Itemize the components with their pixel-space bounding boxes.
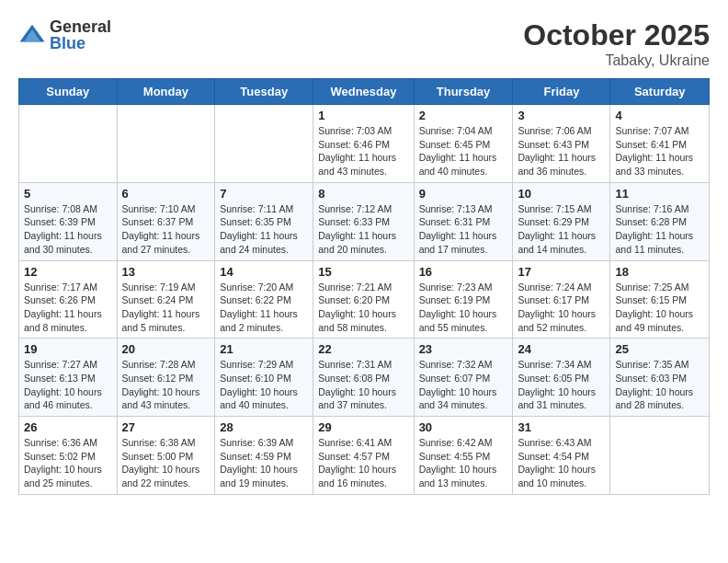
day-number: 7 (220, 187, 308, 201)
day-info: Sunrise: 7:11 AM Sunset: 6:35 PM Dayligh… (220, 202, 308, 257)
calendar-day-cell (215, 105, 313, 183)
day-info: Sunrise: 7:03 AM Sunset: 6:46 PM Dayligh… (318, 124, 408, 178)
day-number: 10 (518, 187, 605, 201)
logo: General Blue (18, 18, 111, 52)
day-number: 19 (24, 342, 112, 356)
day-number: 18 (615, 265, 704, 279)
calendar-day-cell: 1Sunrise: 7:03 AM Sunset: 6:46 PM Daylig… (313, 105, 414, 183)
day-info: Sunrise: 6:42 AM Sunset: 4:55 PM Dayligh… (419, 436, 508, 490)
calendar-day-cell (117, 105, 215, 183)
day-info: Sunrise: 7:32 AM Sunset: 6:07 PM Dayligh… (419, 358, 508, 412)
day-number: 22 (318, 342, 408, 356)
day-info: Sunrise: 7:21 AM Sunset: 6:20 PM Dayligh… (318, 281, 408, 335)
calendar-day-cell: 18Sunrise: 7:25 AM Sunset: 6:15 PM Dayli… (610, 260, 710, 339)
calendar-day-cell: 19Sunrise: 7:27 AM Sunset: 6:13 PM Dayli… (19, 339, 118, 417)
day-number: 12 (24, 265, 112, 279)
calendar-week-row: 1Sunrise: 7:03 AM Sunset: 6:46 PM Daylig… (19, 105, 710, 183)
day-info: Sunrise: 7:28 AM Sunset: 6:12 PM Dayligh… (122, 358, 210, 412)
calendar-day-cell: 3Sunrise: 7:06 AM Sunset: 6:43 PM Daylig… (513, 105, 610, 183)
calendar-day-cell: 8Sunrise: 7:12 AM Sunset: 6:33 PM Daylig… (313, 182, 414, 260)
day-info: Sunrise: 6:38 AM Sunset: 5:00 PM Dayligh… (122, 436, 210, 490)
calendar-day-cell: 13Sunrise: 7:19 AM Sunset: 6:24 PM Dayli… (117, 260, 215, 339)
day-number: 28 (220, 420, 308, 434)
day-info: Sunrise: 7:34 AM Sunset: 6:05 PM Dayligh… (518, 358, 605, 412)
page-header: General Blue October 2025 Tabaky, Ukrain… (18, 18, 710, 69)
day-info: Sunrise: 7:29 AM Sunset: 6:10 PM Dayligh… (220, 358, 308, 412)
day-info: Sunrise: 7:12 AM Sunset: 6:33 PM Dayligh… (318, 202, 408, 257)
day-info: Sunrise: 7:24 AM Sunset: 6:17 PM Dayligh… (518, 281, 605, 335)
calendar-day-cell: 15Sunrise: 7:21 AM Sunset: 6:20 PM Dayli… (313, 260, 414, 339)
day-info: Sunrise: 7:13 AM Sunset: 6:31 PM Dayligh… (419, 202, 508, 257)
calendar-day-cell: 21Sunrise: 7:29 AM Sunset: 6:10 PM Dayli… (215, 339, 313, 417)
day-info: Sunrise: 7:15 AM Sunset: 6:29 PM Dayligh… (518, 202, 605, 257)
calendar-day-cell: 30Sunrise: 6:42 AM Sunset: 4:55 PM Dayli… (414, 417, 513, 495)
day-of-week-header: Friday (513, 79, 610, 105)
day-info: Sunrise: 7:06 AM Sunset: 6:43 PM Dayligh… (518, 124, 605, 178)
day-of-week-header: Wednesday (313, 79, 414, 105)
day-info: Sunrise: 7:19 AM Sunset: 6:24 PM Dayligh… (122, 281, 210, 335)
calendar-day-cell: 23Sunrise: 7:32 AM Sunset: 6:07 PM Dayli… (414, 339, 513, 417)
calendar-day-cell: 9Sunrise: 7:13 AM Sunset: 6:31 PM Daylig… (414, 182, 513, 260)
day-info: Sunrise: 7:31 AM Sunset: 6:08 PM Dayligh… (318, 358, 408, 412)
calendar-day-cell (610, 417, 710, 495)
day-info: Sunrise: 7:27 AM Sunset: 6:13 PM Dayligh… (24, 358, 112, 412)
day-info: Sunrise: 7:35 AM Sunset: 6:03 PM Dayligh… (615, 358, 704, 412)
day-number: 1 (318, 109, 408, 122)
day-number: 13 (122, 265, 210, 279)
day-info: Sunrise: 7:23 AM Sunset: 6:19 PM Dayligh… (419, 281, 508, 335)
calendar-week-row: 26Sunrise: 6:36 AM Sunset: 5:02 PM Dayli… (19, 417, 710, 495)
title-block: October 2025 Tabaky, Ukraine (523, 18, 710, 69)
day-of-week-header: Saturday (610, 79, 710, 105)
calendar-day-cell: 11Sunrise: 7:16 AM Sunset: 6:28 PM Dayli… (610, 182, 710, 260)
calendar-day-cell: 6Sunrise: 7:10 AM Sunset: 6:37 PM Daylig… (117, 182, 215, 260)
day-info: Sunrise: 7:10 AM Sunset: 6:37 PM Dayligh… (122, 202, 210, 257)
calendar-header-row: SundayMondayTuesdayWednesdayThursdayFrid… (19, 79, 710, 105)
calendar-day-cell: 12Sunrise: 7:17 AM Sunset: 6:26 PM Dayli… (19, 260, 118, 339)
calendar-day-cell: 24Sunrise: 7:34 AM Sunset: 6:05 PM Dayli… (513, 339, 610, 417)
calendar-day-cell: 31Sunrise: 6:43 AM Sunset: 4:54 PM Dayli… (513, 417, 610, 495)
day-info: Sunrise: 7:16 AM Sunset: 6:28 PM Dayligh… (615, 202, 704, 257)
day-number: 16 (419, 265, 508, 279)
day-number: 31 (518, 420, 605, 434)
day-info: Sunrise: 6:43 AM Sunset: 4:54 PM Dayligh… (518, 436, 605, 490)
day-info: Sunrise: 7:20 AM Sunset: 6:22 PM Dayligh… (220, 281, 308, 335)
day-of-week-header: Thursday (414, 79, 513, 105)
calendar-day-cell: 29Sunrise: 6:41 AM Sunset: 4:57 PM Dayli… (313, 417, 414, 495)
logo-blue: Blue (50, 35, 111, 52)
location: Tabaky, Ukraine (523, 52, 710, 69)
calendar-week-row: 5Sunrise: 7:08 AM Sunset: 6:39 PM Daylig… (19, 182, 710, 260)
day-number: 29 (318, 420, 408, 434)
day-number: 30 (419, 420, 508, 434)
calendar-day-cell: 26Sunrise: 6:36 AM Sunset: 5:02 PM Dayli… (19, 417, 118, 495)
day-number: 25 (615, 342, 704, 356)
day-number: 14 (220, 265, 308, 279)
day-info: Sunrise: 6:41 AM Sunset: 4:57 PM Dayligh… (318, 436, 408, 490)
calendar-day-cell: 16Sunrise: 7:23 AM Sunset: 6:19 PM Dayli… (414, 260, 513, 339)
day-info: Sunrise: 7:08 AM Sunset: 6:39 PM Dayligh… (24, 202, 112, 257)
day-number: 3 (518, 109, 605, 122)
calendar-day-cell: 22Sunrise: 7:31 AM Sunset: 6:08 PM Dayli… (313, 339, 414, 417)
calendar-day-cell: 4Sunrise: 7:07 AM Sunset: 6:41 PM Daylig… (610, 105, 710, 183)
calendar-day-cell: 27Sunrise: 6:38 AM Sunset: 5:00 PM Dayli… (117, 417, 215, 495)
day-number: 24 (518, 342, 605, 356)
calendar-day-cell: 7Sunrise: 7:11 AM Sunset: 6:35 PM Daylig… (215, 182, 313, 260)
day-info: Sunrise: 7:04 AM Sunset: 6:45 PM Dayligh… (419, 124, 508, 178)
logo-general: General (50, 18, 111, 35)
calendar-day-cell (19, 105, 118, 183)
day-number: 5 (24, 187, 112, 201)
day-of-week-header: Monday (117, 79, 215, 105)
logo-icon (18, 21, 46, 49)
calendar-week-row: 12Sunrise: 7:17 AM Sunset: 6:26 PM Dayli… (19, 260, 710, 339)
calendar-day-cell: 2Sunrise: 7:04 AM Sunset: 6:45 PM Daylig… (414, 105, 513, 183)
calendar-day-cell: 17Sunrise: 7:24 AM Sunset: 6:17 PM Dayli… (513, 260, 610, 339)
calendar-table: SundayMondayTuesdayWednesdayThursdayFrid… (18, 78, 710, 495)
day-number: 17 (518, 265, 605, 279)
day-number: 4 (615, 109, 704, 122)
day-number: 27 (122, 420, 210, 434)
day-number: 21 (220, 342, 308, 356)
day-number: 6 (122, 187, 210, 201)
calendar-day-cell: 10Sunrise: 7:15 AM Sunset: 6:29 PM Dayli… (513, 182, 610, 260)
day-number: 2 (419, 109, 508, 122)
day-info: Sunrise: 6:39 AM Sunset: 4:59 PM Dayligh… (220, 436, 308, 490)
calendar-day-cell: 20Sunrise: 7:28 AM Sunset: 6:12 PM Dayli… (117, 339, 215, 417)
